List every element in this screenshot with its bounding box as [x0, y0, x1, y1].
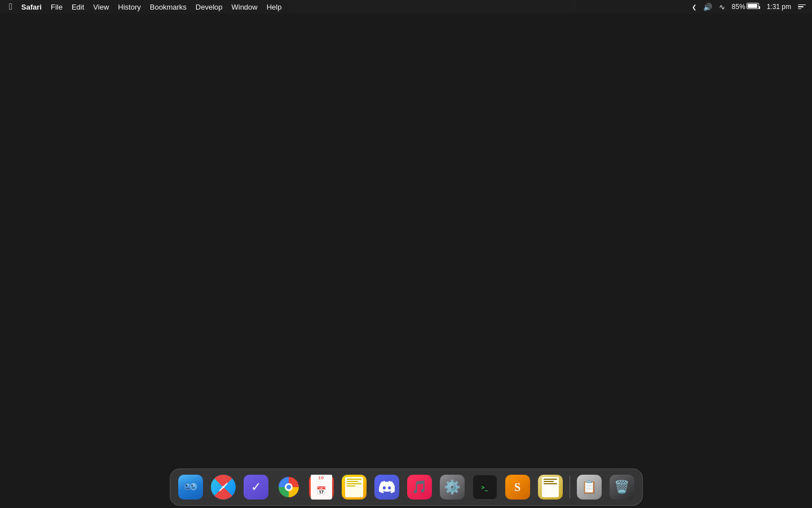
dock-divider [570, 476, 570, 498]
volume-icon: 🔊 [703, 3, 712, 11]
dock-item-terminal[interactable]: >_ [470, 472, 500, 502]
dock-item-files[interactable]: 📋 [575, 472, 604, 502]
battery-percent: 85% [732, 3, 745, 11]
desktop [0, 14, 812, 508]
menu-help[interactable]: Help [262, 2, 286, 12]
menubar-right: ❮ 🔊 ∿ 85% 1:31 pm [690, 3, 807, 11]
menubar:  Safari File Edit View History Bookmark… [0, 0, 812, 14]
dock-item-safari[interactable] [209, 472, 238, 502]
menu-safari[interactable]: Safari [17, 2, 46, 12]
menu-history[interactable]: History [113, 2, 145, 12]
menu-edit[interactable]: Edit [67, 2, 89, 12]
dock-item-discord[interactable] [372, 472, 401, 502]
dock: ✓ 10 📅 [170, 468, 643, 506]
dock-item-fantastical[interactable]: 10 📅 [307, 472, 336, 502]
control-center-arrow[interactable]: ❮ [690, 4, 698, 10]
menu-view[interactable]: View [89, 2, 113, 12]
battery-status[interactable]: 85% [730, 3, 762, 11]
dock-item-system-prefs[interactable]: ⚙️ [438, 472, 467, 502]
dock-item-chrome[interactable] [274, 472, 303, 502]
control-center-icon [798, 5, 806, 10]
apple-menu[interactable]:  [5, 2, 17, 12]
menu-bookmarks[interactable]: Bookmarks [145, 2, 191, 12]
dock-item-sublime[interactable]: S [503, 472, 532, 502]
wifi-status[interactable]: ∿ [717, 3, 727, 11]
menu-window[interactable]: Window [227, 2, 262, 12]
menu-develop[interactable]: Develop [191, 2, 227, 12]
dock-container: ✓ 10 📅 [0, 468, 812, 508]
dock-item-music[interactable]: 🎵 [405, 472, 434, 502]
time-display: 1:31 pm [767, 3, 791, 11]
menu-file[interactable]: File [46, 2, 67, 12]
dock-item-trash[interactable]: 🗑️ [607, 472, 637, 502]
dock-item-things[interactable]: ✓ [241, 472, 271, 502]
dock-item-finder[interactable] [176, 472, 205, 502]
battery-icon [747, 3, 760, 11]
volume-status[interactable]: 🔊 [701, 3, 714, 11]
control-center-button[interactable] [796, 5, 807, 10]
svg-point-8 [192, 485, 193, 485]
svg-point-6 [191, 485, 193, 487]
clock[interactable]: 1:31 pm [765, 3, 793, 11]
menubar-left:  Safari File Edit View History Bookmark… [5, 2, 286, 12]
wifi-icon: ∿ [719, 3, 725, 11]
dock-item-notefile[interactable] [536, 472, 565, 502]
svg-point-5 [186, 485, 187, 487]
svg-point-7 [187, 485, 187, 485]
dock-item-notes[interactable] [339, 472, 369, 502]
